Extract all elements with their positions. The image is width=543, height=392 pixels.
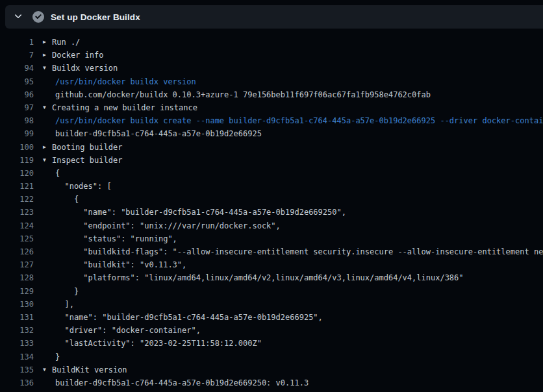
group-collapsed-triangle-icon[interactable]: ▶ bbox=[43, 141, 52, 154]
log-line-number[interactable]: 120 bbox=[0, 167, 34, 180]
log-group-row[interactable]: 94▼Buildx version bbox=[0, 62, 543, 75]
group-expanded-triangle-icon[interactable]: ▼ bbox=[43, 62, 52, 75]
log-group-label[interactable]: Creating a new builder instance bbox=[52, 101, 197, 114]
log-group-label[interactable]: Booting builder bbox=[52, 141, 122, 154]
log-line-text: "driver": "docker-container", bbox=[55, 324, 201, 337]
log-line-number[interactable]: 100 bbox=[0, 141, 34, 154]
log-line-number[interactable]: 122 bbox=[0, 193, 34, 206]
log-line-number[interactable]: 99 bbox=[0, 127, 34, 140]
log-line-number[interactable]: 119 bbox=[0, 154, 34, 167]
log-group-row[interactable]: 135▼BuildKit version bbox=[0, 363, 543, 376]
log-line: 124 "endpoint": "unix:///var/run/docker.… bbox=[0, 219, 543, 232]
log-line-text: "name": "builder-d9cfb5a1-c764-445a-a57e… bbox=[55, 311, 323, 324]
log-line-number[interactable]: 128 bbox=[0, 271, 34, 284]
log-line-text: "buildkitd-flags": "--allow-insecure-ent… bbox=[55, 245, 543, 258]
log-line-indent bbox=[43, 114, 55, 127]
log-line-text: "platforms": "linux/amd64,linux/amd64/v2… bbox=[55, 271, 464, 284]
log-line-text: github.com/docker/buildx 0.10.3+azure-1 … bbox=[55, 88, 431, 101]
log-line-indent bbox=[43, 127, 55, 140]
log-line: 96github.com/docker/buildx 0.10.3+azure-… bbox=[0, 88, 543, 101]
log-line: 129 } bbox=[0, 285, 543, 298]
log-line: 131 "name": "builder-d9cfb5a1-c764-445a-… bbox=[0, 311, 543, 324]
log-group-label[interactable]: Docker info bbox=[52, 49, 103, 62]
log-line-number[interactable]: 127 bbox=[0, 258, 34, 271]
log-line-indent bbox=[43, 271, 55, 284]
log-line-indent bbox=[43, 285, 55, 298]
log-line-number[interactable]: 130 bbox=[0, 298, 34, 311]
log-line-number[interactable]: 123 bbox=[0, 206, 34, 219]
log-line-number[interactable]: 94 bbox=[0, 62, 34, 75]
log-line-number[interactable]: 126 bbox=[0, 245, 34, 258]
log-line-number[interactable]: 132 bbox=[0, 324, 34, 337]
log-line-indent bbox=[43, 232, 55, 245]
log-line-text: } bbox=[55, 350, 60, 363]
log-line: 126 "buildkitd-flags": "--allow-insecure… bbox=[0, 245, 543, 258]
chevron-down-icon bbox=[14, 12, 23, 23]
log-line: 134} bbox=[0, 350, 543, 363]
log-line-indent bbox=[43, 206, 55, 219]
log-group-row[interactable]: 119▼Inspect builder bbox=[0, 154, 543, 167]
log-line-text: /usr/bin/docker buildx create --name bui… bbox=[55, 114, 543, 127]
log-line-text: { bbox=[55, 193, 79, 206]
log-line-number[interactable]: 133 bbox=[0, 337, 34, 350]
group-expanded-triangle-icon[interactable]: ▼ bbox=[43, 154, 52, 167]
log-line-number[interactable]: 96 bbox=[0, 88, 34, 101]
log-group-row[interactable]: 7▶Docker info bbox=[0, 49, 543, 62]
log-line: 122 { bbox=[0, 193, 543, 206]
log-line-text: "lastActivity": "2023-02-25T11:58:12.000… bbox=[55, 337, 262, 350]
log-line: 99builder-d9cfb5a1-c764-445a-a57e-0b19d2… bbox=[0, 127, 543, 140]
log-line-number[interactable]: 134 bbox=[0, 350, 34, 363]
log-lines: 1▶Run ./7▶Docker info94▼Buildx version95… bbox=[0, 36, 543, 389]
log-line-number[interactable]: 135 bbox=[0, 363, 34, 376]
group-collapsed-triangle-icon[interactable]: ▶ bbox=[43, 49, 52, 62]
log-line-indent bbox=[43, 324, 55, 337]
log-line-number[interactable]: 124 bbox=[0, 219, 34, 232]
log-line: 127 "buildkit": "v0.11.3", bbox=[0, 258, 543, 271]
log-line-number[interactable]: 131 bbox=[0, 311, 34, 324]
log-group-label[interactable]: Buildx version bbox=[52, 62, 118, 75]
log-line-text: { bbox=[55, 167, 60, 180]
step-title: Set up Docker Buildx bbox=[51, 12, 140, 22]
log-line-text: } bbox=[55, 285, 79, 298]
group-collapsed-triangle-icon[interactable]: ▶ bbox=[43, 36, 52, 49]
group-expanded-triangle-icon[interactable]: ▼ bbox=[43, 101, 52, 114]
step-header[interactable]: Set up Docker Buildx bbox=[5, 5, 543, 29]
log-line-text: /usr/bin/docker buildx version bbox=[55, 75, 196, 88]
log-line-number[interactable]: 129 bbox=[0, 285, 34, 298]
actions-log-viewer: Set up Docker Buildx 1▶Run ./7▶Docker in… bbox=[0, 0, 543, 392]
log-group-row[interactable]: 1▶Run ./ bbox=[0, 36, 543, 49]
log-line-text: "status": "running", bbox=[55, 232, 177, 245]
log-line-number[interactable]: 1 bbox=[0, 36, 34, 49]
log-line: 123 "name": "builder-d9cfb5a1-c764-445a-… bbox=[0, 206, 543, 219]
log-line-text: "name": "builder-d9cfb5a1-c764-445a-a57e… bbox=[55, 206, 346, 219]
collapse-step-button[interactable] bbox=[10, 9, 26, 25]
log-line-number[interactable]: 98 bbox=[0, 114, 34, 127]
log-line-number[interactable]: 125 bbox=[0, 232, 34, 245]
log-group-row[interactable]: 97▼Creating a new builder instance bbox=[0, 101, 543, 114]
log-line: 95/usr/bin/docker buildx version bbox=[0, 75, 543, 88]
log-group-row[interactable]: 100▶Booting builder bbox=[0, 141, 543, 154]
log-line-indent bbox=[43, 337, 55, 350]
log-line-indent bbox=[43, 167, 55, 180]
log-line-indent bbox=[43, 219, 55, 232]
log-line-text: builder-d9cfb5a1-c764-445a-a57e-0b19d2e6… bbox=[55, 376, 309, 389]
log-group-label[interactable]: BuildKit version bbox=[52, 363, 127, 376]
log-area: 1▶Run ./7▶Docker info94▼Buildx version95… bbox=[0, 29, 543, 392]
log-line-indent bbox=[43, 180, 55, 193]
log-line-text: "nodes": [ bbox=[55, 180, 112, 193]
log-line-number[interactable]: 121 bbox=[0, 180, 34, 193]
log-group-label[interactable]: Inspect builder bbox=[52, 154, 122, 167]
log-group-label[interactable]: Run ./ bbox=[52, 36, 80, 49]
group-expanded-triangle-icon[interactable]: ▼ bbox=[43, 363, 52, 376]
log-line-indent bbox=[43, 193, 55, 206]
log-line-number[interactable]: 95 bbox=[0, 75, 34, 88]
log-line-indent bbox=[43, 376, 55, 389]
log-line-indent bbox=[43, 75, 55, 88]
log-line-number[interactable]: 136 bbox=[0, 376, 34, 389]
log-line-number[interactable]: 97 bbox=[0, 101, 34, 114]
log-line: 128 "platforms": "linux/amd64,linux/amd6… bbox=[0, 271, 543, 284]
log-line-number[interactable]: 7 bbox=[0, 49, 34, 62]
log-line: 125 "status": "running", bbox=[0, 232, 543, 245]
log-line-text: builder-d9cfb5a1-c764-445a-a57e-0b19d2e6… bbox=[55, 127, 262, 140]
log-line: 98/usr/bin/docker buildx create --name b… bbox=[0, 114, 543, 127]
